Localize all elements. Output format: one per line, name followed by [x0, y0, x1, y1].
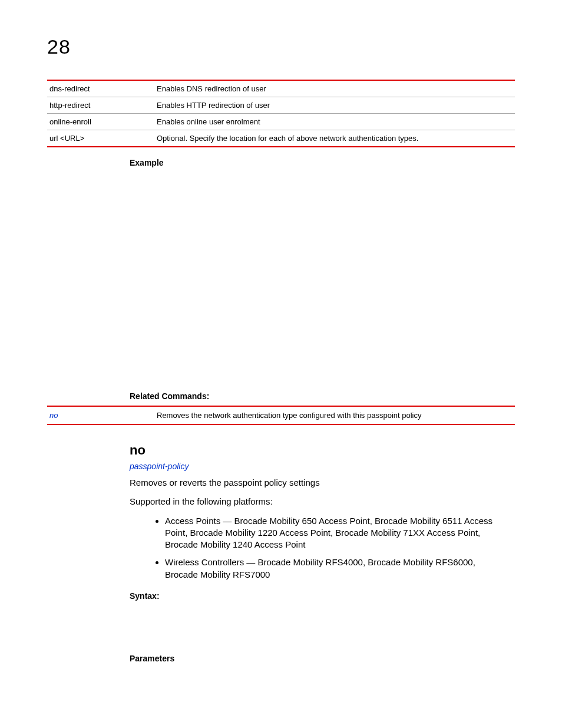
param-desc: Enables HTTP redirection of user — [154, 97, 515, 114]
param-desc: Enables online user enrolment — [154, 114, 515, 130]
param-desc: Enables DNS redirection of user — [154, 80, 515, 97]
example-heading: Example — [130, 158, 515, 167]
param-name: dns-redirect — [47, 80, 154, 97]
list-item: Wireless Controllers — Brocade Mobility … — [165, 556, 515, 581]
related-cmd-desc: Removes the network authentication type … — [154, 406, 515, 424]
param-name: online-enroll — [47, 114, 154, 130]
related-cmd-link[interactable]: no — [47, 406, 154, 424]
table-row: url <URL> Optional. Specify the location… — [47, 130, 515, 147]
parameter-table: dns-redirect Enables DNS redirection of … — [47, 80, 515, 147]
table-row: dns-redirect Enables DNS redirection of … — [47, 80, 515, 97]
table-row: no Removes the network authentication ty… — [47, 406, 515, 424]
parameters-heading: Parameters — [130, 654, 515, 663]
related-commands-table: no Removes the network authentication ty… — [47, 406, 515, 425]
table-row: online-enroll Enables online user enrolm… — [47, 114, 515, 130]
passpoint-policy-link[interactable]: passpoint-policy — [130, 462, 515, 471]
list-item: Access Points — Brocade Mobility 650 Acc… — [165, 515, 515, 551]
platforms-list: Access Points — Brocade Mobility 650 Acc… — [165, 515, 515, 581]
section-intro: Removes or reverts the passpoint policy … — [130, 477, 515, 489]
param-name: http-redirect — [47, 97, 154, 114]
related-commands-heading: Related Commands: — [130, 391, 515, 401]
table-row: http-redirect Enables HTTP redirection o… — [47, 97, 515, 114]
chapter-number: 28 — [47, 35, 515, 58]
param-desc: Optional. Specify the location for each … — [154, 130, 515, 147]
supported-line: Supported in the following platforms: — [130, 496, 515, 508]
param-name: url <URL> — [47, 130, 154, 147]
section-heading-no: no — [130, 443, 515, 458]
syntax-heading: Syntax: — [130, 591, 515, 601]
